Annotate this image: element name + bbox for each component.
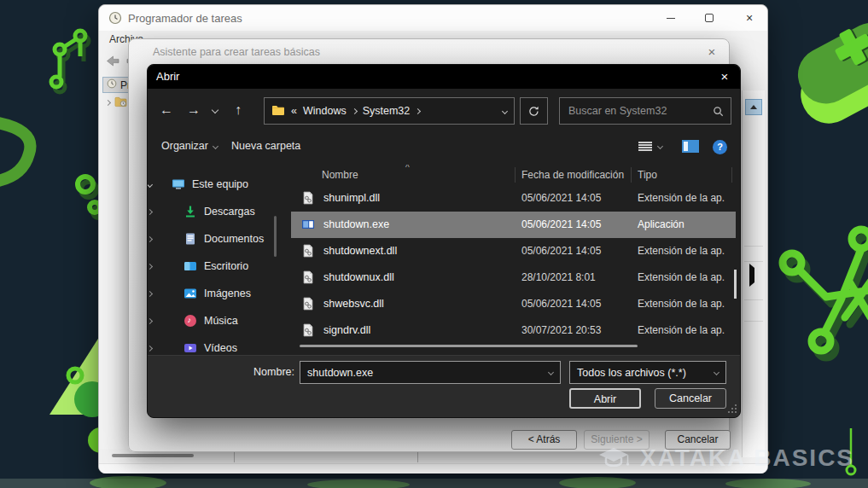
- file-row-shunimpl[interactable]: shunimpl.dll 05/06/2021 14:05 Extensión …: [291, 185, 736, 212]
- cancel-button[interactable]: Cancelar: [655, 388, 726, 409]
- list-vertical-scrollbar-thumb[interactable]: [734, 270, 737, 299]
- expand-pane-arrow[interactable]: [749, 268, 754, 283]
- triangle-up-icon: [750, 105, 757, 109]
- search-icon: [713, 106, 724, 117]
- close-icon[interactable]: ×: [709, 65, 740, 89]
- dll-file-icon: [301, 270, 315, 284]
- search-box: [559, 97, 731, 125]
- sidebar-item-escritorio[interactable]: Escritorio: [148, 253, 291, 279]
- column-header-date[interactable]: Fecha de modificación: [521, 165, 624, 185]
- back-button[interactable]: < Atrás: [511, 430, 577, 450]
- chevron-right-icon: [148, 345, 153, 351]
- chevron-down-icon: [213, 142, 218, 148]
- dll-file-icon: [301, 244, 315, 258]
- new-folder-button[interactable]: Nueva carpeta: [231, 140, 300, 152]
- breadcrumb-overflow[interactable]: «: [291, 105, 297, 117]
- scroll-up-button[interactable]: [745, 99, 762, 115]
- column-header-type[interactable]: Tipo: [638, 165, 657, 185]
- column-header-name[interactable]: Nombre: [322, 165, 358, 185]
- folder-clock-icon: [114, 96, 127, 109]
- chevron-right-icon: [148, 317, 153, 323]
- list-view-icon: [638, 140, 653, 153]
- chevron-right-icon: [105, 99, 111, 105]
- filetype-select[interactable]: Todos los archivos (*.*): [569, 361, 726, 384]
- chevron-down-icon: [148, 181, 153, 187]
- open-dialog-titlebar: Abrir ×: [148, 65, 740, 89]
- chevron-down-icon: [657, 143, 663, 149]
- chevron-down-icon: [714, 369, 719, 375]
- help-icon: ?: [713, 140, 727, 154]
- dll-file-icon: [301, 323, 315, 337]
- sidebar-item-musica[interactable]: ♪ Música: [148, 308, 291, 334]
- filename-input[interactable]: shutdown.exe: [300, 361, 561, 384]
- monitor-icon: [172, 177, 185, 191]
- search-input[interactable]: [567, 104, 713, 118]
- chevron-right-icon: [148, 263, 153, 269]
- chevron-right-icon[interactable]: [415, 107, 421, 113]
- open-dialog: Abrir × ← → ↑ « Windows System32: [147, 64, 741, 418]
- breadcrumb-system32[interactable]: System32: [363, 105, 411, 117]
- refresh-button[interactable]: [520, 97, 548, 125]
- dll-file-icon: [301, 191, 315, 205]
- address-dropdown-chevron[interactable]: [502, 107, 508, 113]
- dll-file-icon: [301, 297, 315, 311]
- chevron-right-icon[interactable]: [352, 107, 358, 113]
- chevron-right-icon: [148, 290, 153, 296]
- sidebar-item-imagenes[interactable]: Imágenes: [148, 281, 291, 306]
- sidebar-item-documentos[interactable]: Documentos: [148, 226, 291, 252]
- folder-icon: [271, 104, 285, 119]
- breadcrumb-windows[interactable]: Windows: [303, 105, 347, 117]
- navigation-sidebar: Este equipo Descargas Documentos: [148, 165, 291, 355]
- file-row-shutdownux[interactable]: shutdownux.dll 28/10/2021 8:01 Extensión…: [291, 264, 736, 291]
- next-button[interactable]: Siguiente >: [584, 430, 650, 450]
- refresh-icon: [527, 105, 540, 118]
- preview-pane-button[interactable]: [682, 140, 699, 153]
- clock-icon: [108, 11, 122, 28]
- list-horizontal-scrollbar-thumb[interactable]: [300, 345, 638, 347]
- downloads-icon: [184, 205, 197, 218]
- sidebar-item-este-equipo[interactable]: Este equipo: [148, 171, 291, 197]
- exe-file-icon: [301, 218, 315, 231]
- cancel-button[interactable]: Cancelar: [665, 430, 731, 450]
- forward-button[interactable]: →: [187, 102, 201, 118]
- address-bar[interactable]: « Windows System32: [264, 97, 515, 125]
- help-button[interactable]: ?: [713, 140, 727, 154]
- organize-button[interactable]: Organizar: [161, 140, 218, 152]
- recent-locations-chevron[interactable]: [212, 107, 218, 113]
- dialog-toolbar: Organizar Nueva carpeta ?: [148, 133, 740, 162]
- back-button[interactable]: ←: [160, 102, 173, 118]
- chevron-right-icon: [148, 235, 153, 241]
- open-dialog-footer: Nombre: shutdown.exe Todos los archivos …: [148, 355, 740, 418]
- view-mode-button[interactable]: [638, 140, 662, 153]
- scrollbar-thumb[interactable]: [112, 454, 194, 457]
- file-row-shutdownext[interactable]: shutdownext.dll 05/06/2021 14:05 Extensi…: [291, 238, 736, 264]
- up-button[interactable]: ↑: [235, 102, 242, 118]
- sidebar-item-descargas[interactable]: Descargas: [148, 199, 291, 224]
- documents-icon: [184, 232, 197, 246]
- file-row-shwebsvc[interactable]: shwebsvc.dll 05/06/2021 14:05 Extensión …: [291, 291, 736, 317]
- minimize-button[interactable]: [654, 5, 688, 31]
- wizard-close-icon[interactable]: ×: [703, 44, 720, 61]
- videos-icon: [184, 341, 197, 355]
- sort-ascending-icon: ^: [405, 165, 410, 172]
- tree-item-library[interactable]: [106, 96, 127, 109]
- file-row-signdrv[interactable]: signdrv.dll 30/07/2021 20:53 Extensión d…: [291, 317, 736, 344]
- task-scheduler-titlebar: Programador de tareas ×: [99, 5, 767, 31]
- filename-label: Nombre:: [233, 366, 294, 378]
- sidebar-item-videos[interactable]: Vídeos: [148, 335, 291, 355]
- pictures-icon: [184, 287, 197, 300]
- resize-grip[interactable]: [727, 402, 737, 417]
- preview-pane-icon: [682, 140, 699, 153]
- file-row-shutdown-selected[interactable]: shutdown.exe 05/06/2021 14:05 Aplicación: [291, 212, 736, 238]
- maximize-button[interactable]: [692, 5, 726, 31]
- close-button[interactable]: ×: [732, 5, 766, 31]
- chevron-right-icon: [148, 208, 153, 214]
- open-button[interactable]: Abrir: [569, 388, 641, 409]
- triangle-right-icon: [749, 264, 754, 287]
- clock-icon: [107, 78, 117, 91]
- sidebar-scrollbar-thumb[interactable]: [274, 216, 277, 257]
- file-list: Nombre ^ Fecha de modificación Tipo shun…: [291, 165, 741, 355]
- back-button[interactable]: [104, 55, 121, 71]
- wizard-title: Asistente para crear tareas básicas: [153, 46, 320, 58]
- desktop-icon: [184, 259, 197, 273]
